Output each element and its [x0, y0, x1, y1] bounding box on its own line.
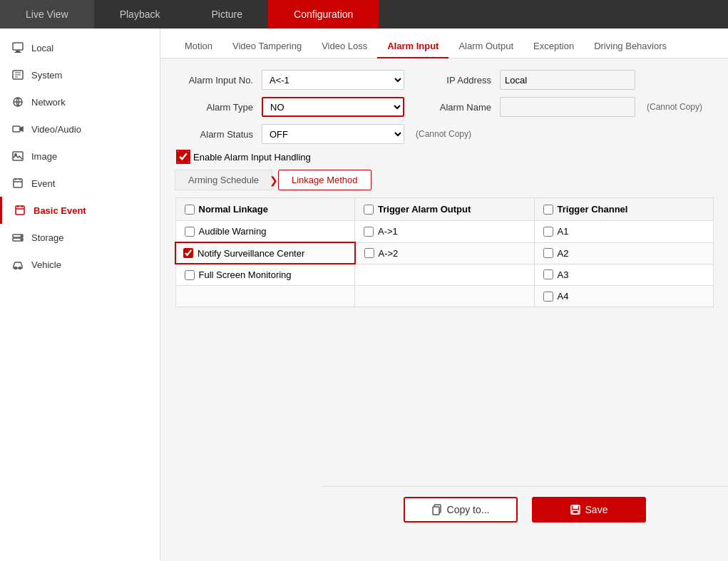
audible-warning-label: Audible Warning	[199, 226, 267, 237]
sidebar-label-image: Image	[31, 151, 57, 162]
trigger-channel-a1-checkbox[interactable]	[543, 227, 553, 237]
form-area: Alarm Input No. A<-1 A<-2 IP Address Ala…	[160, 58, 728, 319]
copy-to-button[interactable]: Copy to...	[404, 497, 518, 523]
system-icon	[11, 68, 24, 81]
table-row: Notify Surveillance Center A->2	[175, 242, 714, 264]
trigger-output-a2: A->2	[355, 242, 535, 264]
trigger-channel-a2: A2	[534, 242, 714, 264]
tab-alarm-input[interactable]: Alarm Input	[377, 35, 448, 58]
tab-motion[interactable]: Motion	[175, 35, 222, 58]
vehicle-icon	[11, 258, 24, 271]
svg-marker-10	[20, 127, 23, 131]
alarm-type-select[interactable]: NO NC	[262, 97, 404, 117]
copy-icon	[431, 504, 443, 515]
svg-point-24	[21, 239, 22, 240]
sub-tabs: Motion Video Tampering Video Loss Alarm …	[160, 29, 728, 58]
alarm-type-row: Alarm Type NO NC Alarm Name (Cannot Copy…	[175, 97, 714, 117]
svg-rect-2	[14, 52, 21, 53]
save-icon	[570, 504, 581, 515]
trigger-channel-a4: A4	[534, 286, 714, 307]
trigger-channel-a1: A1	[534, 221, 714, 243]
sidebar-item-vehicle[interactable]: Vehicle	[0, 251, 160, 278]
trigger-channel-a1-label: A1	[558, 226, 569, 237]
trigger-channel-a2-checkbox[interactable]	[543, 248, 553, 258]
notify-surveillance-checkbox[interactable]	[183, 248, 193, 258]
svg-rect-13	[14, 179, 22, 187]
linkage-tabs: Arming Schedule ❯ Linkage Method	[175, 170, 714, 190]
sidebar-label-video-audio: Video/Audio	[31, 124, 81, 135]
trigger-output-a1-checkbox[interactable]	[364, 227, 374, 237]
alarm-status-select[interactable]: OFF ON	[262, 124, 404, 144]
trigger-output-a1: A->1	[355, 221, 535, 243]
alarm-type-label: Alarm Type	[175, 102, 253, 113]
full-screen-monitoring-checkbox[interactable]	[185, 270, 195, 280]
nav-playback[interactable]: Playback	[94, 0, 186, 29]
alarm-input-no-select[interactable]: A<-1 A<-2	[262, 70, 404, 90]
header-normal-linkage: Normal Linkage	[175, 198, 355, 221]
sidebar-item-network[interactable]: Network	[0, 88, 160, 115]
tab-exception[interactable]: Exception	[523, 35, 584, 58]
alarm-name-note: (Cannot Copy)	[647, 102, 702, 112]
sidebar: Local System Network Video/Audio Image	[0, 29, 160, 561]
full-screen-monitoring-label: Full Screen Monitoring	[199, 269, 292, 280]
storage-icon	[11, 231, 24, 244]
nav-live-view[interactable]: Live View	[0, 0, 94, 29]
trigger-output-a2-checkbox[interactable]	[364, 248, 374, 258]
tab-driving-behaviors[interactable]: Driving Behaviors	[584, 35, 677, 58]
header-normal-linkage-checkbox[interactable]	[185, 205, 195, 215]
trigger-channel-a4-label: A4	[558, 291, 569, 302]
tab-linkage-method[interactable]: Linkage Method	[278, 170, 371, 190]
tab-video-tampering[interactable]: Video Tampering	[222, 35, 312, 58]
event-icon	[11, 177, 24, 190]
local-icon	[11, 41, 24, 54]
sidebar-label-basic-event: Basic Event	[34, 205, 86, 216]
alarm-input-no-label: Alarm Input No.	[175, 75, 253, 86]
sidebar-label-storage: Storage	[31, 232, 64, 243]
enable-alarm-label: Enable Alarm Input Handling	[193, 152, 311, 163]
linkage-table: Normal Linkage Trigger Alarm Output	[175, 197, 714, 307]
enable-alarm-row: Enable Alarm Input Handling	[175, 151, 714, 163]
tab-video-loss[interactable]: Video Loss	[312, 35, 377, 58]
sidebar-item-local[interactable]: Local	[0, 34, 160, 61]
content-area: Motion Video Tampering Video Loss Alarm …	[160, 29, 728, 561]
header-trigger-channel-checkbox[interactable]	[543, 205, 553, 215]
trigger-output-empty	[355, 264, 535, 286]
trigger-channel-a4-checkbox[interactable]	[543, 292, 553, 302]
sidebar-item-image[interactable]: Image	[0, 143, 160, 170]
sidebar-item-system[interactable]: System	[0, 61, 160, 88]
sidebar-item-event[interactable]: Event	[0, 170, 160, 197]
sidebar-label-local: Local	[31, 43, 53, 53]
header-trigger-output-checkbox[interactable]	[364, 205, 374, 215]
svg-rect-28	[433, 507, 439, 515]
svg-rect-1	[16, 51, 20, 52]
sidebar-item-storage[interactable]: Storage	[0, 224, 160, 251]
tab-alarm-output[interactable]: Alarm Output	[448, 35, 523, 58]
audible-warning-checkbox[interactable]	[185, 227, 195, 237]
trigger-channel-a3-checkbox[interactable]	[543, 269, 553, 279]
alarm-status-label: Alarm Status	[175, 129, 253, 140]
nav-picture[interactable]: Picture	[185, 0, 268, 29]
header-trigger-alarm-output: Trigger Alarm Output	[355, 198, 535, 221]
alarm-input-no-row: Alarm Input No. A<-1 A<-2 IP Address	[175, 70, 714, 90]
tab-arrow: ❯	[270, 175, 278, 186]
top-nav: Live View Playback Picture Configuration	[0, 0, 728, 29]
svg-point-23	[21, 235, 22, 237]
enable-alarm-checkbox[interactable]	[178, 151, 189, 163]
network-icon	[11, 96, 24, 108]
normal-linkage-full-screen: Full Screen Monitoring	[175, 264, 355, 286]
nav-configuration[interactable]: Configuration	[268, 0, 379, 29]
alarm-name-input[interactable]	[500, 97, 635, 117]
trigger-output-a1-label: A->1	[378, 226, 398, 237]
sidebar-item-video-audio[interactable]: Video/Audio	[0, 115, 160, 143]
sidebar-item-basic-event[interactable]: Basic Event	[0, 197, 160, 224]
table-row: Full Screen Monitoring A3	[175, 264, 714, 286]
normal-linkage-audible-warning: Audible Warning	[175, 221, 355, 243]
save-button[interactable]: Save	[532, 497, 646, 523]
basic-event-icon	[14, 204, 26, 217]
tab-arming-schedule[interactable]: Arming Schedule	[175, 170, 272, 190]
svg-rect-9	[13, 126, 20, 132]
trigger-output-empty2	[355, 286, 535, 307]
alarm-status-note: (Cannot Copy)	[416, 129, 471, 139]
alarm-name-label: Alarm Name	[427, 102, 491, 113]
ip-address-label: IP Address	[427, 75, 491, 86]
